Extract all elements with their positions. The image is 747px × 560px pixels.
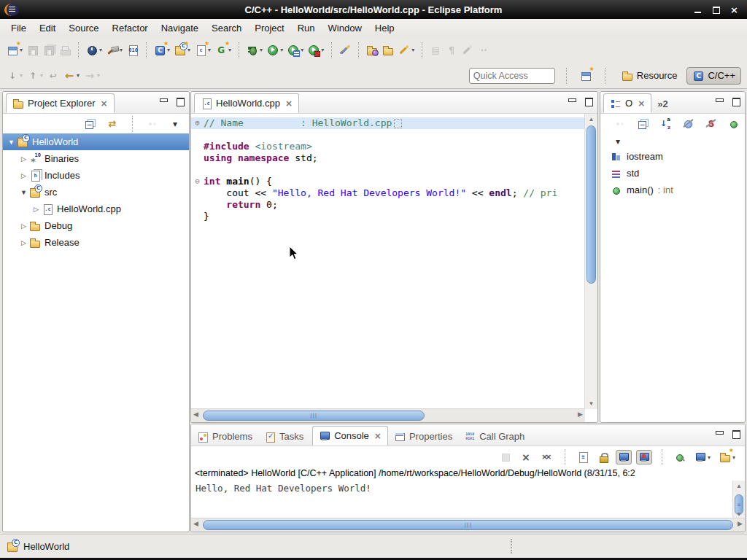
scrollbar-thumb[interactable]: |||	[203, 520, 733, 530]
menu-run[interactable]: Run	[291, 20, 322, 36]
menu-refactor[interactable]: Refactor	[106, 20, 155, 36]
outline-toolbar-hide-static[interactable]: S	[703, 117, 719, 131]
toolbar-button-build[interactable]: ▾	[104, 43, 125, 58]
dropdown-arrow-icon[interactable]: ▾	[732, 454, 735, 461]
toolbar-button-new-c-folder[interactable]: C★▾	[172, 43, 193, 58]
close-icon[interactable]: ×	[100, 98, 107, 109]
console-toolbar-open-console[interactable]: ★▾	[717, 450, 738, 464]
tree-item-helloworld[interactable]: ▼CHelloWorld	[3, 133, 189, 150]
scroll-right-arrow[interactable]: ▶	[738, 520, 743, 527]
toolbar-button-new-c-file[interactable]: c★▾	[193, 43, 213, 58]
toolbar-button-coverage[interactable]: ▾	[306, 43, 326, 58]
minimize-view-button[interactable]	[715, 430, 723, 438]
fold-plus-icon[interactable]: ⊕	[191, 117, 204, 129]
toolbar-button-open-type[interactable]	[364, 43, 380, 58]
tree-collapsed-arrow-icon[interactable]: ▷	[18, 172, 29, 179]
toolbar-button-debug[interactable]: ▾	[244, 43, 265, 58]
dropdown-arrow-icon[interactable]: ▾	[187, 47, 190, 53]
chevron-down-icon[interactable]: ▾	[612, 134, 624, 147]
toolbar-button-profile[interactable]: ▾	[84, 43, 104, 58]
console-toolbar-remove-all-terminated[interactable]: ××	[538, 450, 555, 464]
outline-item-iostream[interactable]: iostream	[600, 148, 745, 165]
console-toolbar-scroll-lock[interactable]	[595, 450, 611, 464]
console-toolbar-show-stdout[interactable]	[616, 450, 632, 464]
outline-item-std[interactable]: std	[600, 165, 745, 182]
scroll-up-arrow[interactable]: ▲	[585, 114, 597, 125]
outline-toolbar-sort-az[interactable]: ↓	[657, 117, 674, 131]
close-icon[interactable]: ×	[638, 98, 645, 109]
dropdown-arrow-icon[interactable]: ▾	[280, 47, 283, 53]
tab-problems[interactable]: Problems	[191, 427, 258, 446]
scroll-right-arrow[interactable]: ▶	[578, 411, 583, 418]
scroll-up-arrow[interactable]: ▲	[733, 481, 745, 491]
outline-item-main[interactable]: main() : int	[600, 182, 745, 198]
tree-item-includes[interactable]: ▷hIncludes	[3, 167, 189, 184]
console-output[interactable]: Hello, Red Hat Developers World!	[191, 481, 733, 520]
minimize-view-button[interactable]	[159, 98, 167, 105]
dropdown-arrow-icon[interactable]: ▾	[77, 72, 80, 79]
menu-navigate[interactable]: Navigate	[155, 20, 205, 36]
toolbar-button-run[interactable]: ▾	[265, 43, 285, 58]
console-horizontal-scrollbar[interactable]: ◀ ||| ▶	[191, 518, 745, 532]
menu-window[interactable]: Window	[322, 20, 368, 36]
code-editor[interactable]: ⊕// Name : HelloWorld.cpp#include <iostr…	[191, 114, 585, 409]
scroll-left-arrow[interactable]: ◀	[193, 411, 198, 418]
tab-call-graph[interactable]: 1010 0101Call Graph	[458, 427, 530, 446]
maximize-view-button[interactable]	[584, 98, 592, 105]
tab-properties[interactable]: Properties	[388, 427, 458, 446]
outline-toolbar-hide-fields[interactable]	[681, 117, 697, 131]
scroll-left-arrow[interactable]: ◀	[193, 520, 198, 527]
menu-file[interactable]: File	[4, 20, 33, 36]
tree-collapsed-arrow-icon[interactable]: ▷	[31, 206, 42, 213]
maximize-button[interactable]	[712, 6, 720, 14]
toolbar-button-last-edit-marker[interactable]: ▾	[396, 43, 417, 58]
menu-source[interactable]: Source	[62, 20, 105, 36]
dropdown-arrow-icon[interactable]: ▾	[208, 47, 211, 53]
console-vertical-scrollbar[interactable]: ▲ ≡ ▼	[732, 481, 745, 520]
outline-toolbar-collapse-all[interactable]	[635, 117, 651, 131]
tree-item-release[interactable]: ▷Release	[3, 234, 189, 251]
outline-tree[interactable]: iostreamstdmain() : int	[600, 148, 745, 198]
menu-help[interactable]: Help	[368, 20, 401, 36]
quick-access-input[interactable]	[469, 68, 555, 84]
console-toolbar-clear-console[interactable]: ≡	[575, 450, 591, 464]
project-tree[interactable]: ▼CHelloWorld▷Binaries▷hIncludes▼Csrc▷.cH…	[3, 133, 189, 251]
collapsed-region-box[interactable]	[394, 119, 402, 128]
toolbar-button-new-c-project[interactable]: ★▾	[152, 43, 172, 58]
dropdown-arrow-icon[interactable]: ▾	[411, 47, 414, 53]
maximize-view-button[interactable]	[176, 98, 184, 105]
tree-expanded-arrow-icon[interactable]: ▼	[6, 139, 17, 146]
tab-outline[interactable]: O ×	[603, 93, 651, 113]
editor-horizontal-scrollbar[interactable]: ◀ ||| ▶	[191, 408, 585, 422]
menu-edit[interactable]: Edit	[33, 20, 62, 36]
tree-expanded-arrow-icon[interactable]: ▼	[18, 189, 29, 196]
dropdown-arrow-icon[interactable]: ▾	[167, 47, 170, 53]
tab-console[interactable]: Console×	[312, 426, 388, 446]
minimize-view-button[interactable]	[715, 98, 723, 105]
scrollbar-thumb[interactable]	[587, 125, 596, 284]
toolbar-button-new-class[interactable]: G★▾	[213, 43, 233, 58]
toolbar-button-run-history[interactable]: ▾	[285, 43, 306, 58]
pe-toolbar-collapse-all[interactable]	[82, 117, 98, 131]
toolbar-button-mark-occurrences[interactable]	[337, 43, 353, 58]
toolbar-button-new-wizard[interactable]: ★▾	[4, 43, 25, 58]
open-perspective-button[interactable]: ★	[578, 69, 594, 83]
tree-item-src[interactable]: ▼Csrc	[3, 184, 189, 201]
dropdown-arrow-icon[interactable]: ▾	[228, 47, 231, 53]
console-toolbar-pin-console[interactable]	[672, 450, 688, 464]
pe-toolbar-link-with-editor[interactable]: ⇄	[104, 117, 120, 131]
minimize-button[interactable]	[694, 6, 702, 14]
tree-collapsed-arrow-icon[interactable]: ▷	[18, 222, 29, 230]
tab-tasks[interactable]: Tasks	[258, 427, 309, 446]
more-views-tab[interactable]: »2	[651, 95, 673, 113]
close-button[interactable]: ×	[730, 6, 738, 14]
dropdown-arrow-icon[interactable]: ▾	[321, 47, 324, 53]
toolbar-button-back[interactable]: ←▾	[61, 69, 82, 83]
perspective-resource[interactable]: Resource	[616, 68, 683, 84]
toolbar-button-binary-file[interactable]: 010	[125, 43, 141, 58]
tab-project-explorer[interactable]: Project Explorer ×	[6, 93, 115, 113]
dropdown-arrow-icon[interactable]: ▾	[20, 47, 23, 53]
minimize-view-button[interactable]	[568, 98, 576, 105]
editor-vertical-scrollbar[interactable]: ▲ ▼	[584, 114, 597, 409]
close-icon[interactable]: ×	[285, 98, 293, 109]
